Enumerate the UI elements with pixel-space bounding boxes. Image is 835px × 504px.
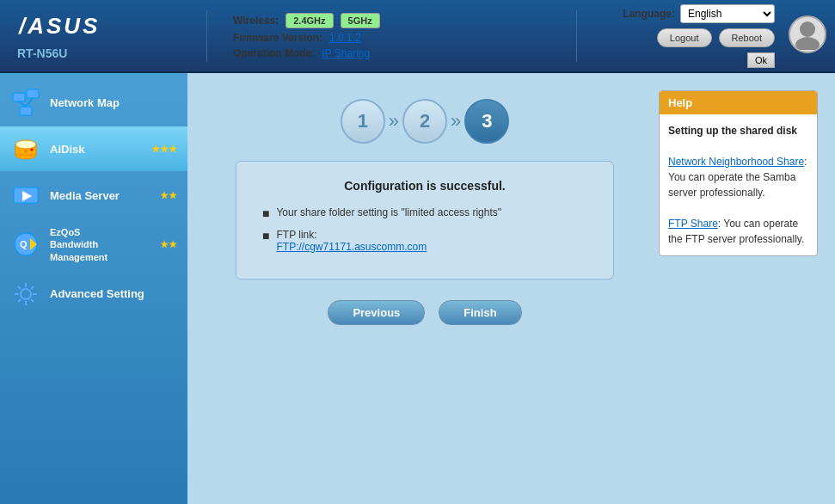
sidebar-item-media-server[interactable]: Media Server ★★ [0, 173, 187, 218]
wireless-5ghz-button[interactable]: 5GHz [341, 13, 380, 28]
svg-rect-5 [20, 107, 32, 115]
help-title: Help [660, 91, 817, 114]
svg-rect-4 [27, 89, 39, 98]
wireless-24ghz-button[interactable]: 2.4GHz [285, 13, 333, 28]
step-arrow-2: » [451, 110, 461, 132]
action-buttons: Previous Finish [328, 300, 521, 325]
config-item-1-text: Your share folder setting is "limited ac… [276, 206, 501, 218]
avatar [789, 15, 826, 53]
config-title: Configuration is successful. [262, 179, 587, 193]
model-name: RT-N56U [17, 46, 67, 60]
ezqos-stars: ★★ [160, 239, 177, 250]
sidebar-media-server-label: Media Server [50, 189, 148, 202]
help-content: Setting up the shared disk Network Neigh… [660, 114, 817, 255]
network-map-icon [10, 87, 41, 118]
wizard-step-2: 2 [402, 99, 447, 144]
firmware-version-link[interactable]: 1.0.1.2 [329, 32, 361, 44]
help-panel: Help Setting up the shared disk Network … [659, 90, 818, 256]
svg-point-1 [800, 22, 815, 37]
wizard-step-1: 1 [341, 99, 385, 144]
logout-button[interactable]: Logout [657, 28, 712, 47]
svg-point-18 [21, 289, 31, 299]
sidebar-advanced-setting-label: Advanced Setting [50, 287, 177, 300]
svg-line-24 [31, 299, 34, 302]
config-item-2: ■ FTP link: FTP://cgw71171.asuscomm.com [262, 229, 587, 253]
sidebar-item-network-map[interactable]: Network Map [0, 80, 187, 125]
advanced-setting-icon [10, 279, 41, 310]
svg-rect-3 [13, 93, 25, 101]
svg-line-7 [26, 98, 33, 107]
sidebar-item-ezqos[interactable]: Q EzQoSBandwidthManagement ★★ [0, 219, 187, 270]
ftp-share-link[interactable]: FTP Share [668, 218, 718, 230]
step-arrow-1: » [389, 110, 399, 132]
ftp-link[interactable]: FTP://cgw71171.asuscomm.com [276, 241, 427, 253]
sidebar-network-map-label: Network Map [50, 96, 177, 109]
sidebar-item-advanced-setting[interactable]: Advanced Setting [0, 272, 187, 317]
sidebar-item-aidisk[interactable]: AiDisk ★★★ [0, 126, 187, 171]
svg-point-11 [24, 150, 28, 153]
svg-line-23 [18, 286, 21, 289]
svg-point-2 [795, 37, 820, 50]
media-server-stars: ★★ [160, 190, 177, 201]
language-select[interactable]: English 中文 Français Deutsch Español [680, 4, 775, 23]
help-heading: Setting up the shared disk [668, 125, 797, 137]
network-neighborhood-link[interactable]: Network Neighborhood Share [668, 156, 804, 168]
aidisk-icon [10, 133, 41, 164]
config-item-1: ■ Your share folder setting is "limited … [262, 206, 587, 220]
ok-button[interactable]: Ok [747, 52, 775, 68]
firmware-label: Firmware Version: [233, 32, 322, 44]
bullet-2: ■ [262, 229, 269, 243]
reboot-button[interactable]: Reboot [719, 28, 775, 47]
previous-button[interactable]: Previous [328, 300, 425, 325]
ezqos-icon: Q [10, 229, 41, 260]
wizard-step-3: 3 [464, 99, 509, 144]
config-box: Configuration is successful. ■ Your shar… [236, 161, 614, 280]
op-mode-link[interactable]: IP Sharing [322, 47, 370, 59]
aidisk-stars: ★★★ [151, 144, 177, 155]
media-server-icon [10, 180, 41, 211]
config-item-2-label: FTP link: FTP://cgw71171.asuscomm.com [276, 229, 427, 253]
sidebar-aidisk-label: AiDisk [50, 143, 139, 156]
svg-text:Q: Q [20, 239, 28, 249]
wizard-steps: 1 » 2 » 3 [341, 99, 510, 144]
sidebar-ezqos-label: EzQoSBandwidthManagement [50, 226, 148, 263]
svg-text:/ASUS: /ASUS [18, 13, 100, 39]
svg-line-26 [18, 299, 21, 302]
svg-line-25 [31, 286, 34, 289]
language-label: Language: [623, 8, 675, 20]
bullet-1: ■ [262, 206, 269, 220]
finish-button[interactable]: Finish [439, 300, 521, 325]
svg-point-10 [15, 140, 36, 149]
svg-point-12 [31, 149, 34, 151]
svg-line-6 [19, 101, 26, 107]
wireless-label: Wireless: [233, 15, 279, 27]
op-mode-label: Operation Mode: [233, 47, 315, 59]
asus-logo: /ASUS [17, 11, 120, 45]
